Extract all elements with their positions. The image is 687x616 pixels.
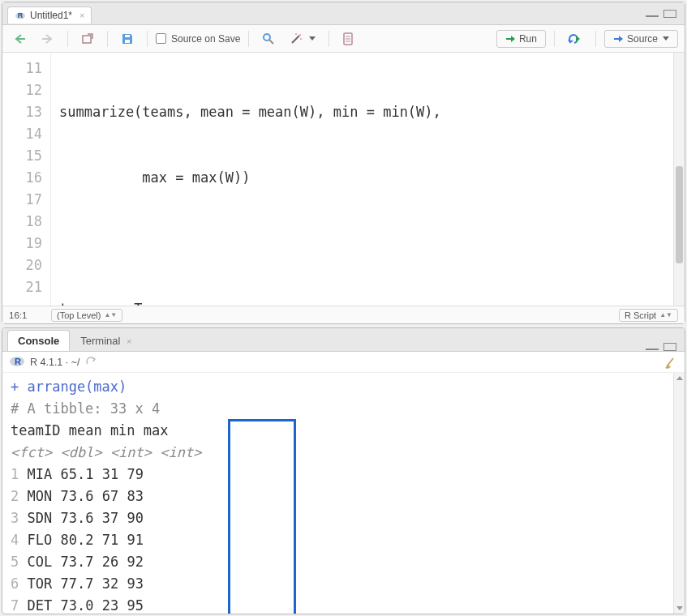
svg-rect-4 — [125, 35, 130, 37]
compile-report-button[interactable] — [337, 29, 359, 49]
code-line — [59, 233, 673, 255]
file-type-selector[interactable]: R Script ▲▼ — [619, 309, 678, 322]
cursor-position: 16:1 — [9, 310, 51, 320]
table-row: 1 MIA 65.1 31 79 — [11, 464, 665, 486]
source-arrow-icon — [613, 34, 625, 44]
editor-toolbar: Source on Save Run Source — [2, 25, 685, 53]
file-type-label: R Script — [625, 310, 656, 320]
line-number: 13 — [2, 101, 42, 123]
scrollbar-thumb[interactable] — [676, 166, 683, 263]
tab-terminal-label: Terminal — [80, 335, 120, 347]
code-line: summarize(teams, mean = mean(W), min = m… — [59, 101, 673, 123]
line-number: 20 — [2, 255, 42, 276]
svg-point-8 — [299, 34, 301, 36]
popout-icon — [81, 33, 94, 45]
line-number: 14 — [2, 123, 42, 145]
scroll-down-arrow-icon[interactable] — [676, 604, 685, 612]
stepper-icon: ▲▼ — [659, 313, 672, 317]
scope-label: (Top Level) — [57, 310, 101, 320]
code-line: teams <- Teams — [59, 298, 673, 306]
svg-line-19 — [667, 358, 673, 366]
svg-rect-3 — [125, 40, 130, 43]
rerun-icon — [568, 33, 582, 45]
line-number: 11 — [2, 58, 42, 79]
editor-scrollbar[interactable] — [673, 53, 685, 306]
svg-text:R: R — [15, 357, 21, 366]
minimize-icon[interactable] — [646, 15, 659, 17]
svg-rect-2 — [83, 36, 91, 43]
source-label: Source — [627, 33, 658, 45]
r-logo-icon: R — [9, 354, 25, 370]
broom-icon — [663, 355, 678, 370]
share-icon[interactable] — [85, 355, 97, 369]
editor-tab-bar: R Untitled1* × — [2, 2, 685, 25]
nav-forward-button[interactable] — [36, 30, 59, 48]
code-tools-button[interactable] — [285, 29, 320, 49]
wand-icon — [290, 32, 304, 45]
svg-line-7 — [292, 36, 299, 43]
code-line: max = max(W)) — [59, 167, 673, 189]
source-button[interactable]: Source — [604, 30, 678, 48]
console-tab-bar: Console Terminal × — [2, 328, 685, 352]
show-in-new-window-button[interactable] — [76, 30, 99, 48]
line-number-gutter: 11 12 13 14 15 16 17 18 19 20 21 — [2, 53, 51, 306]
find-button[interactable] — [257, 29, 280, 49]
rerun-button[interactable] — [563, 30, 587, 48]
svg-text:R: R — [18, 11, 24, 19]
table-row: 3 SDN 73.6 37 90 — [11, 507, 665, 529]
svg-line-6 — [269, 40, 273, 44]
maximize-icon[interactable] — [663, 343, 676, 351]
table-row: 4 FLO 80.2 71 91 — [11, 529, 665, 551]
line-number: 12 — [2, 79, 42, 101]
run-button[interactable]: Run — [496, 30, 546, 48]
console-echo-line: + arrange(max) — [11, 379, 127, 395]
line-number: 19 — [2, 233, 42, 255]
nav-back-button[interactable] — [9, 30, 32, 48]
tab-terminal[interactable]: Terminal × — [70, 330, 142, 351]
search-icon — [262, 32, 275, 45]
console-working-dir: R 4.1.1 · ~/ — [30, 357, 80, 368]
save-icon — [121, 32, 134, 45]
arrow-right-icon — [41, 33, 54, 45]
close-icon[interactable]: × — [76, 11, 84, 20]
console-info-bar: R R 4.1.1 · ~/ — [2, 352, 685, 373]
arrow-left-icon — [14, 33, 27, 45]
panel-window-controls — [646, 10, 680, 18]
maximize-icon[interactable] — [663, 10, 676, 18]
scope-selector[interactable]: (Top Level) ▲▼ — [51, 309, 122, 322]
minimize-icon[interactable] — [646, 349, 659, 350]
table-row: 7 DET 73.0 23 95 — [11, 595, 665, 614]
clear-console-button[interactable] — [663, 355, 678, 370]
table-row: 6 TOR 77.7 32 93 — [11, 573, 665, 595]
notebook-icon — [342, 32, 354, 45]
chevron-down-icon — [663, 36, 669, 41]
save-button[interactable] — [116, 29, 139, 49]
line-number: 21 — [2, 276, 42, 298]
editor-tab-untitled[interactable]: R Untitled1* × — [7, 6, 92, 24]
table-row: 2 MON 73.6 67 83 — [11, 486, 665, 507]
svg-point-5 — [264, 34, 270, 41]
code-editor[interactable]: 11 12 13 14 15 16 17 18 19 20 21 summari… — [2, 53, 685, 306]
source-on-save-label: Source on Save — [171, 33, 240, 45]
editor-tab-title: Untitled1* — [30, 10, 72, 21]
console-scrollbar[interactable] — [673, 373, 685, 614]
close-icon[interactable]: × — [127, 336, 131, 346]
console-output[interactable]: + arrange(max) # A tibble: 33 x 4 teamID… — [2, 373, 673, 614]
run-label: Run — [519, 33, 537, 45]
source-on-save-checkbox[interactable] — [156, 33, 166, 44]
stepper-icon: ▲▼ — [104, 313, 117, 317]
tab-console[interactable]: Console — [7, 330, 70, 351]
scroll-up-arrow-icon[interactable] — [676, 374, 685, 383]
svg-point-10 — [300, 38, 302, 40]
source-editor-panel: R Untitled1* × Source on Save — [2, 2, 685, 324]
run-arrow-icon — [505, 34, 517, 44]
tab-console-label: Console — [18, 335, 59, 347]
svg-point-9 — [295, 33, 297, 35]
editor-status-bar: 16:1 (Top Level) ▲▼ R Script ▲▼ — [2, 306, 685, 323]
line-number: 17 — [2, 189, 42, 211]
line-number: 15 — [2, 145, 42, 167]
line-number: 16 — [2, 167, 42, 189]
code-text-area[interactable]: summarize(teams, mean = mean(W), min = m… — [51, 53, 673, 306]
line-number: 18 — [2, 211, 42, 233]
column-type-row: <fct> <dbl> <int> <int> — [11, 442, 665, 464]
